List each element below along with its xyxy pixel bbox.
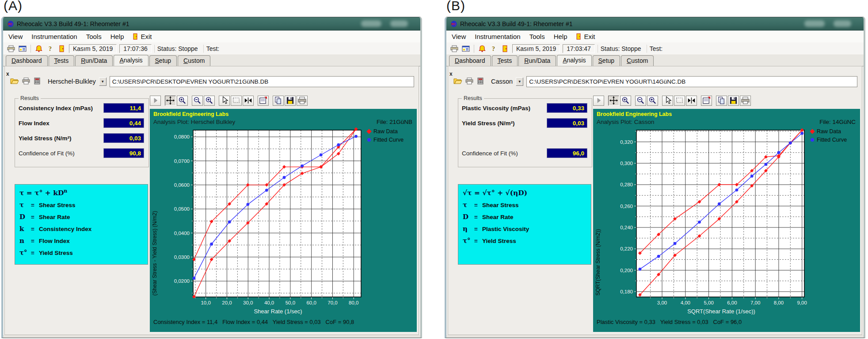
alarm-icon[interactable]	[478, 45, 487, 53]
chart-toolbar-print-button[interactable]	[297, 96, 308, 106]
titlebar-blurred-control[interactable]	[361, 20, 381, 27]
result-value: 0,03	[547, 118, 587, 128]
tab-run-data[interactable]: Run/Data	[75, 55, 113, 66]
chart-toolbar-copy-button[interactable]	[716, 96, 727, 106]
menu-exit[interactable]: Exit	[141, 33, 152, 40]
tab-run-data[interactable]: Run/Data	[518, 55, 556, 66]
menu-exit[interactable]: Exit	[584, 33, 595, 40]
tab-dashboard[interactable]: Dashboard	[449, 55, 491, 66]
chart-toolbar-play-button[interactable]	[593, 96, 604, 106]
help-icon[interactable]: ?	[489, 45, 498, 53]
print-icon[interactable]	[22, 77, 31, 85]
tab-analysis[interactable]: Analysis	[114, 55, 148, 66]
chart-toolbar-zoom-out-button[interactable]	[635, 96, 646, 106]
menu-help[interactable]: Help	[110, 33, 124, 40]
tab-tests[interactable]: Tests	[49, 55, 75, 66]
chart-toolbar-save-button[interactable]	[728, 96, 739, 106]
alarm-icon[interactable]	[34, 45, 43, 53]
plot-canvas[interactable]: 10,020,030,040,050,060,070,080,00,02000,…	[151, 129, 362, 306]
tab-setup[interactable]: Setup	[593, 55, 621, 66]
menu-view[interactable]: View	[452, 33, 466, 40]
titlebar-blurred-control[interactable]	[834, 20, 851, 27]
formula-legend-line: n=Flow Index	[19, 237, 143, 245]
result-label: Consistency Index (mPas)	[19, 105, 93, 112]
chart-toolbar-fit-axes-button[interactable]	[686, 96, 697, 106]
titlebar-blurred-control[interactable]	[390, 20, 408, 27]
panel-close-button[interactable]: x	[6, 72, 9, 76]
properties-icon	[701, 96, 712, 105]
figure-label-b: (B)	[446, 0, 465, 13]
chart-toolbar-zoom-dynamic-button[interactable]	[177, 96, 188, 106]
chart-toolbar-zoom-out-button[interactable]	[192, 96, 203, 106]
plot-canvas[interactable]: 3,004,005,006,007,008,009,000,1800,2000,…	[594, 129, 805, 306]
calculator-icon[interactable]	[34, 77, 43, 85]
menu-bar: View Instrumentation Tools Help Exit	[3, 31, 420, 43]
exit-door-icon[interactable]	[501, 45, 510, 53]
menu-instrumentation[interactable]: Instrumentation	[31, 33, 77, 40]
svg-text:4,00: 4,00	[681, 300, 690, 305]
chart-toolbar-copy-button[interactable]	[273, 96, 284, 106]
window-titlebar: RC Rheocalc V3.3 Build 49-1: Rheometer #…	[446, 17, 864, 31]
tab-setup[interactable]: Setup	[149, 55, 177, 66]
tab-custom[interactable]: Custom	[621, 55, 654, 66]
menu-view[interactable]: View	[8, 33, 23, 40]
model-select[interactable]: Herschel-Bulkley	[48, 78, 96, 85]
chart-toolbar-zoom-in-button[interactable]	[647, 96, 658, 106]
chart-toolbar-pan-button[interactable]	[165, 96, 176, 106]
svg-text:RC: RC	[451, 23, 456, 26]
menu-help[interactable]: Help	[554, 33, 567, 40]
exit-door-icon[interactable]	[57, 45, 66, 53]
chart-toolbar-play-button[interactable]	[150, 96, 161, 106]
print-icon[interactable]	[450, 45, 459, 53]
open-folder-icon[interactable]	[453, 77, 462, 85]
chart-toolbar-save-button[interactable]	[285, 96, 296, 106]
exit-door-icon	[133, 33, 138, 40]
chart-toolbar-cursor-button[interactable]	[662, 96, 673, 106]
open-folder-icon[interactable]	[10, 77, 19, 85]
chart-legend: Raw Data Fitted Curve	[811, 128, 847, 145]
tab-analysis[interactable]: Analysis	[557, 55, 591, 66]
play-icon	[150, 96, 160, 105]
copy-icon	[716, 96, 727, 105]
copy-icon	[273, 96, 283, 105]
chart-toolbar-zoom-in-button[interactable]	[204, 96, 215, 106]
titlebar-blurred-control[interactable]	[804, 20, 825, 27]
help-icon[interactable]: ?	[46, 45, 55, 53]
panel-close-button[interactable]: x	[449, 72, 453, 76]
print-icon[interactable]	[7, 45, 15, 53]
menu-bar: View Instrumentation Tools Help Exit	[446, 31, 864, 43]
chart-toolbar-properties-button[interactable]	[258, 96, 269, 106]
chart-toolbar-pan-button[interactable]	[608, 96, 619, 106]
menu-instrumentation[interactable]: Instrumentation	[475, 33, 520, 40]
zoom-dynamic-icon	[177, 96, 187, 105]
formula-legend-line: η=Plastic Viscosity	[463, 225, 586, 233]
report-icon[interactable]	[461, 45, 470, 53]
report-icon[interactable]	[18, 45, 27, 53]
chart-toolbar-print-button[interactable]	[740, 96, 751, 106]
chart-toolbar-properties-button[interactable]	[701, 96, 712, 106]
svg-text:30,0: 30,0	[243, 300, 253, 305]
file-path-field[interactable]: C:\USERS\PCR\DESKTOP\EVREN YOGURT\14GüNC…	[526, 76, 857, 87]
model-select[interactable]: Casson	[491, 78, 513, 85]
file-path-field[interactable]: C:\USERS\PCR\DESKTOP\EVREN YOGURT\21GüNB…	[110, 76, 414, 87]
tab-tests[interactable]: Tests	[492, 55, 518, 66]
chevron-down-icon[interactable]: ▼	[99, 77, 107, 86]
chart-toolbar-select-region-button[interactable]	[231, 96, 242, 106]
legend-item-fitted-curve: Fitted Curve	[367, 137, 404, 143]
result-label: Yield Stress (N/m²)	[462, 120, 515, 127]
print-icon[interactable]	[465, 77, 474, 85]
calculator-icon[interactable]	[477, 77, 486, 85]
result-row: Consistency Index (mPas) 11,4	[19, 102, 144, 114]
chart-toolbar-select-region-button[interactable]	[674, 96, 685, 106]
chevron-down-icon[interactable]: ▼	[516, 77, 523, 86]
chart-toolbar-zoom-dynamic-button[interactable]	[620, 96, 631, 106]
tab-dashboard[interactable]: Dashboard	[6, 55, 48, 66]
svg-text:0,280: 0,280	[620, 182, 633, 187]
menu-tools[interactable]: Tools	[86, 33, 102, 40]
chart-toolbar-fit-axes-button[interactable]	[243, 96, 254, 106]
tab-custom[interactable]: Custom	[178, 55, 210, 66]
svg-text:40,0: 40,0	[264, 300, 274, 305]
menu-tools[interactable]: Tools	[529, 33, 545, 40]
chart-toolbar-cursor-button[interactable]	[219, 96, 230, 106]
legend-label: Raw Data	[373, 128, 398, 135]
